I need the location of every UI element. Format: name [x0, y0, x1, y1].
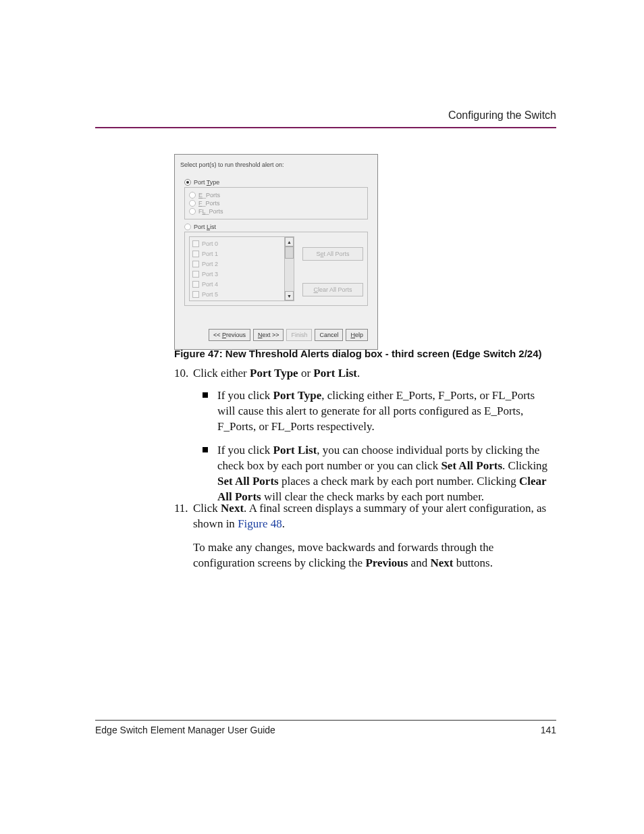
radio-port-list[interactable]: Port List	[184, 224, 372, 230]
port-item[interactable]: Port 4	[191, 279, 283, 289]
page-header-title: Configuring the Switch	[95, 109, 556, 122]
port-item-label: Port 3	[202, 271, 218, 278]
radio-label: Port Type	[194, 179, 219, 186]
radio-icon	[184, 224, 191, 230]
cancel-button[interactable]: Cancel	[315, 329, 343, 341]
previous-button[interactable]: << Previous	[209, 329, 250, 341]
port-item-label: Port 2	[202, 261, 218, 267]
radio-fl-ports[interactable]: FL_Ports	[189, 208, 363, 215]
figure-caption: Figure 47: New Threshold Alerts dialog b…	[174, 348, 549, 359]
radio-f-ports[interactable]: F_Ports	[189, 200, 363, 207]
step-number: 11.	[174, 501, 192, 517]
bullet-item: If you click Port Type, clicking either …	[193, 388, 549, 435]
finish-button[interactable]: Finish	[286, 329, 312, 341]
scrollbar[interactable]: ▲ ▼	[284, 237, 294, 301]
port-type-subgroup: E_Ports F_Ports FL_Ports	[184, 187, 368, 219]
port-list-box: Port 0 Port 1 Port 2 Port 3 Port 4 Port …	[189, 236, 294, 301]
footer-doc-title: Edge Switch Element Manager User Guide	[95, 725, 275, 735]
scroll-thumb[interactable]	[285, 246, 294, 259]
button-label: Clear All Ports	[313, 286, 352, 293]
help-button[interactable]: Help	[346, 329, 368, 341]
radio-label: E_Ports	[198, 192, 220, 199]
button-label: Next >>	[258, 332, 279, 338]
button-label: Finish	[291, 332, 307, 338]
checkbox-icon	[192, 261, 199, 267]
clear-all-ports-button[interactable]: Clear All Ports	[302, 283, 363, 296]
port-item[interactable]: Port 1	[191, 249, 283, 259]
port-item[interactable]: Port 2	[191, 259, 283, 269]
dialog-instruction: Select port(s) to run threshold alert on…	[180, 161, 372, 168]
radio-icon	[189, 192, 196, 199]
radio-label: F_Ports	[198, 200, 220, 207]
checkbox-icon	[192, 281, 199, 288]
radio-label: Port List	[194, 224, 216, 230]
footer-divider	[95, 720, 556, 721]
threshold-alerts-dialog: Select port(s) to run threshold alert on…	[174, 154, 378, 350]
port-item-label: Port 4	[202, 281, 218, 288]
port-item[interactable]: Port 0	[191, 238, 283, 249]
port-item-label: Port 1	[202, 251, 218, 257]
bullet-icon	[203, 392, 208, 398]
port-list-group: Port 0 Port 1 Port 2 Port 3 Port 4 Port …	[184, 232, 368, 306]
port-item[interactable]: Port 5	[191, 289, 283, 299]
header-divider	[95, 127, 556, 128]
radio-port-type[interactable]: Port Type	[184, 179, 372, 186]
checkbox-icon	[192, 251, 199, 257]
scroll-up-icon[interactable]: ▲	[285, 237, 294, 246]
dialog-footer: << Previous Next >> Finish Cancel Help	[180, 326, 372, 345]
bullet-text: If you click Port List, you can choose i…	[217, 444, 547, 503]
step-paragraph: To make any changes, move backwards and …	[193, 540, 549, 571]
scroll-track	[285, 259, 294, 291]
button-label: Set All Ports	[316, 251, 349, 257]
button-label: Cancel	[319, 332, 338, 338]
radio-e-ports[interactable]: E_Ports	[189, 192, 363, 199]
button-label: Help	[350, 332, 363, 338]
radio-icon	[189, 208, 196, 215]
radio-icon	[184, 179, 191, 186]
bullet-icon	[203, 447, 208, 452]
next-button[interactable]: Next >>	[253, 329, 284, 341]
port-item-label: Port 5	[202, 291, 218, 298]
port-item[interactable]: Port 3	[191, 269, 283, 279]
step-number: 10.	[174, 366, 192, 382]
figure-link[interactable]: Figure 48	[238, 517, 282, 530]
step-text: Click either Port Type or Port List.	[193, 367, 360, 380]
checkbox-icon	[192, 240, 199, 247]
bullet-text: If you click Port Type, clicking either …	[217, 389, 535, 433]
set-all-ports-button[interactable]: Set All Ports	[302, 247, 363, 261]
button-label: << Previous	[213, 332, 246, 338]
checkbox-icon	[192, 291, 199, 298]
checkbox-icon	[192, 271, 199, 278]
footer-page-number: 141	[541, 725, 556, 735]
step-text: Click Next. A final screen displays a su…	[193, 502, 546, 530]
radio-label: FL_Ports	[198, 208, 223, 215]
radio-icon	[189, 200, 196, 207]
bullet-item: If you click Port List, you can choose i…	[193, 443, 549, 505]
port-item-label: Port 0	[202, 240, 218, 247]
scroll-down-icon[interactable]: ▼	[285, 291, 294, 301]
